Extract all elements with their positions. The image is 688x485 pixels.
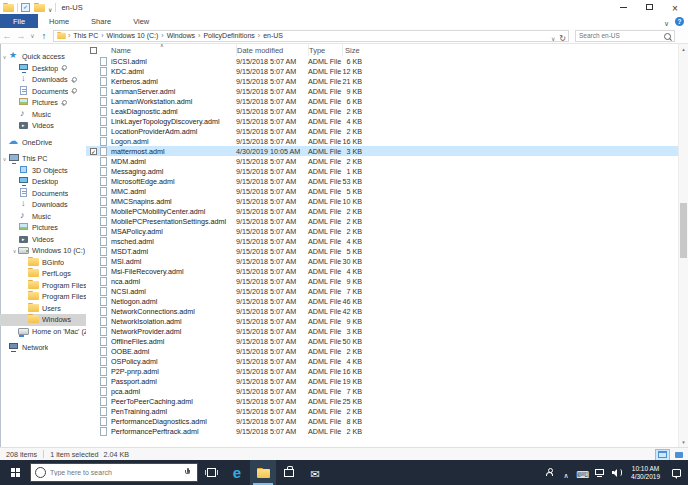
file-row[interactable]: Kerberos.adml9/15/2018 5:07 AMADML File2…: [86, 76, 678, 86]
file-row[interactable]: MobilePCMobilityCenter.adml9/15/2018 5:0…: [86, 206, 678, 216]
column-header-size[interactable]: Size: [342, 44, 368, 56]
sidebar-item-this-pc[interactable]: This PC: [0, 153, 86, 165]
sidebar-item-music[interactable]: Music: [0, 211, 86, 223]
refresh-button[interactable]: [559, 27, 566, 45]
taskbar-edge-button[interactable]: [224, 460, 250, 485]
file-row[interactable]: MSI.adml9/15/2018 5:07 AMADML File30 KB: [86, 256, 678, 266]
file-row[interactable]: MMC.adml9/15/2018 5:07 AMADML File5 KB: [86, 186, 678, 196]
file-row[interactable]: iSCSI.adml9/15/2018 5:07 AMADML File6 KB: [86, 56, 678, 66]
sidebar-item-program-files-x86[interactable]: Program Files (x86): [0, 291, 86, 303]
file-row[interactable]: LanmanWorkstation.adml9/15/2018 5:07 AMA…: [86, 96, 678, 106]
sidebar-item-desktop[interactable]: Desktop: [0, 63, 86, 75]
column-header-date-modified[interactable]: Date modified: [236, 44, 308, 56]
people-button[interactable]: [543, 460, 555, 485]
file-row[interactable]: PenTraining.adml9/15/2018 5:07 AMADML Fi…: [86, 406, 678, 416]
taskbar-clock[interactable]: 10:10 AM 4/30/2019: [628, 465, 663, 481]
up-button[interactable]: [37, 31, 51, 41]
sidebar-item-pictures[interactable]: Pictures: [0, 97, 86, 109]
recent-locations-button[interactable]: [28, 32, 37, 39]
file-row[interactable]: PerformancePerftrack.adml9/15/2018 5:07 …: [86, 426, 678, 436]
sidebar-item-3d-objects[interactable]: 3D Objects: [0, 165, 86, 177]
file-row[interactable]: MSDT.adml9/15/2018 5:07 AMADML File5 KB: [86, 246, 678, 256]
sidebar-item-windows[interactable]: Windows: [0, 314, 86, 326]
sidebar-item-program-files[interactable]: Program Files: [0, 280, 86, 292]
file-row[interactable]: MMCSnapins.adml9/15/2018 5:07 AMADML Fil…: [86, 196, 678, 206]
address-dropdown-button[interactable]: [551, 27, 555, 45]
scrollbar-thumb[interactable]: [680, 203, 687, 258]
start-button[interactable]: [0, 460, 30, 485]
sidebar-item-videos[interactable]: Videos: [0, 120, 86, 132]
breadcrumb-item-this-pc[interactable]: This PC: [71, 32, 100, 39]
sidebar-item-quick-access[interactable]: Quick access: [0, 51, 86, 63]
file-row[interactable]: Passport.adml9/15/2018 5:07 AMADML File1…: [86, 376, 678, 386]
file-row[interactable]: MicrosoftEdge.adml9/15/2018 5:07 AMADML …: [86, 176, 678, 186]
file-row[interactable]: LinkLayerTopologyDiscovery.adml9/15/2018…: [86, 116, 678, 126]
sidebar-item-home-on-mac-z[interactable]: Home on 'Mac' (Z:): [0, 326, 86, 338]
tab-share[interactable]: Share: [80, 14, 122, 28]
breadcrumb-item-en-us[interactable]: en-US: [261, 32, 285, 39]
qat-new-folder-button[interactable]: [34, 3, 45, 12]
file-row[interactable]: OSPolicy.adml9/15/2018 5:07 AMADML File4…: [86, 356, 678, 366]
taskbar-store-button[interactable]: [276, 460, 302, 485]
file-row[interactable]: msched.adml9/15/2018 5:07 AMADML File4 K…: [86, 236, 678, 246]
file-row[interactable]: LanmanServer.adml9/15/2018 5:07 AMADML F…: [86, 86, 678, 96]
column-header-type[interactable]: Type: [308, 44, 342, 56]
file-row[interactable]: MDM.adml9/15/2018 5:07 AMADML File2 KB: [86, 156, 678, 166]
tab-view[interactable]: View: [122, 14, 160, 28]
file-row[interactable]: Msi-FileRecovery.adml9/15/2018 5:07 AMAD…: [86, 266, 678, 276]
breadcrumb-item-windows-10-c[interactable]: Windows 10 (C:): [105, 32, 161, 39]
scroll-down-icon[interactable]: [679, 437, 688, 447]
tab-file[interactable]: File: [0, 14, 38, 28]
file-row[interactable]: PerformanceDiagnostics.adml9/15/2018 5:0…: [86, 416, 678, 426]
taskbar-search-input[interactable]: [50, 469, 184, 476]
file-row[interactable]: nca.adml9/15/2018 5:07 AMADML File9 KB: [86, 276, 678, 286]
file-row[interactable]: LocationProviderAdm.adml9/15/2018 5:07 A…: [86, 126, 678, 136]
sidebar-item-windows-10-c[interactable]: Windows 10 (C:): [0, 245, 86, 257]
action-center-button[interactable]: [668, 460, 684, 485]
show-hidden-icons-button[interactable]: [560, 460, 572, 485]
sidebar-item-network[interactable]: Network: [0, 342, 86, 354]
breadcrumb-bar[interactable]: This PCWindows 10 (C:)WindowsPolicyDefin…: [53, 30, 569, 42]
breadcrumb-item-policydefinitions[interactable]: PolicyDefinitions: [201, 32, 256, 39]
sidebar-item-onedrive[interactable]: OneDrive: [0, 137, 86, 149]
network-button[interactable]: [594, 460, 606, 485]
file-row[interactable]: P2P-pnrp.adml9/15/2018 5:07 AMADML File1…: [86, 366, 678, 376]
touch-keyboard-button[interactable]: [577, 460, 589, 485]
volume-button[interactable]: [611, 460, 623, 485]
file-row[interactable]: MobilePCPresentationSettings.adml9/15/20…: [86, 216, 678, 226]
file-row[interactable]: pca.adml9/15/2018 5:07 AMADML File7 KB: [86, 386, 678, 396]
taskbar-mail-button[interactable]: [302, 460, 328, 485]
tab-home[interactable]: Home: [38, 14, 80, 28]
file-row[interactable]: OfflineFiles.adml9/15/2018 5:07 AMADML F…: [86, 336, 678, 346]
sidebar-item-bginfo[interactable]: BGinfo: [0, 257, 86, 269]
chevron-down-icon[interactable]: [1, 156, 8, 162]
sidebar-item-music[interactable]: Music: [0, 109, 86, 121]
sidebar-item-desktop[interactable]: Desktop: [0, 176, 86, 188]
breadcrumb-item-windows[interactable]: Windows: [165, 32, 197, 39]
vertical-scrollbar[interactable]: [678, 44, 688, 447]
minimize-button[interactable]: [610, 0, 636, 14]
sidebar-item-pictures[interactable]: Pictures: [0, 222, 86, 234]
column-header-name[interactable]: Name: [88, 44, 236, 56]
details-view-button[interactable]: [655, 449, 670, 461]
sidebar-item-videos[interactable]: Videos: [0, 234, 86, 246]
header-checkbox[interactable]: [90, 47, 97, 54]
file-row[interactable]: NetworkIsolation.adml9/15/2018 5:07 AMAD…: [86, 316, 678, 326]
back-button[interactable]: [0, 31, 14, 41]
file-row[interactable]: NCSI.adml9/15/2018 5:07 AMADML File7 KB: [86, 286, 678, 296]
sidebar-item-perflogs[interactable]: PerfLogs: [0, 268, 86, 280]
file-row[interactable]: PeerToPeerCaching.adml9/15/2018 5:07 AMA…: [86, 396, 678, 406]
checkbox-checked-icon[interactable]: [90, 148, 97, 155]
sidebar-item-users[interactable]: Users: [0, 303, 86, 315]
taskbar-file-explorer-button[interactable]: [250, 460, 276, 485]
file-row[interactable]: Logon.adml9/15/2018 5:07 AMADML File16 K…: [86, 136, 678, 146]
sidebar-item-documents[interactable]: Documents: [0, 86, 86, 98]
task-view-button[interactable]: [198, 460, 224, 485]
chevron-down-icon[interactable]: [1, 54, 8, 60]
file-row[interactable]: NetworkProvider.adml9/15/2018 5:07 AMADM…: [86, 326, 678, 336]
scroll-up-icon[interactable]: [679, 44, 688, 54]
thumbnails-view-button[interactable]: [671, 449, 686, 461]
file-row[interactable]: OOBE.adml9/15/2018 5:07 AMADML File2 KB: [86, 346, 678, 356]
file-row[interactable]: KDC.adml9/15/2018 5:07 AMADML File12 KB: [86, 66, 678, 76]
file-row[interactable]: MSAPolicy.adml9/15/2018 5:07 AMADML File…: [86, 226, 678, 236]
